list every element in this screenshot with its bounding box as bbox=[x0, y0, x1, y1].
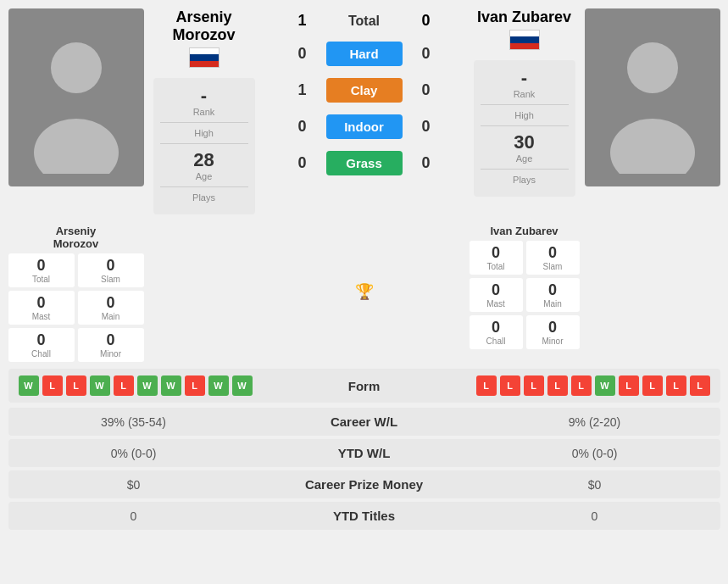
player2-mast-stat: 0 Mast bbox=[470, 278, 523, 312]
player2-total-label: Total bbox=[486, 262, 504, 271]
player2-below: Ivan Zubarev 0 Total 0 Slam 0 Mast 0 Mai… bbox=[470, 221, 580, 362]
player2-main-stat: 0 Main bbox=[526, 278, 580, 312]
player1-mast-value: 0 bbox=[36, 294, 45, 312]
form-badge-p2: L bbox=[476, 375, 497, 396]
career-wl-label: Career W/L bbox=[249, 414, 480, 429]
form-badge-p1: W bbox=[90, 375, 110, 396]
svg-point-4 bbox=[627, 42, 678, 93]
ytd-wl-p2: 0% (0-0) bbox=[480, 447, 710, 460]
player1-total-label: Total bbox=[32, 275, 50, 284]
player1-name-below: Arseniy Morozov bbox=[53, 225, 98, 250]
form-badge-p1: L bbox=[185, 375, 205, 396]
player1-name-header: Arseniy Morozov bbox=[173, 8, 236, 44]
clay-score-p1: 1 bbox=[292, 81, 313, 99]
player2-chall-label: Chall bbox=[486, 336, 506, 346]
player2-age-label: Age bbox=[516, 153, 533, 164]
grass-badge: Grass bbox=[326, 151, 403, 175]
spacer-middle: 🏆 bbox=[264, 221, 464, 362]
form-badge-p1: W bbox=[161, 375, 181, 396]
player1-minor-label: Minor bbox=[100, 349, 121, 359]
form-badge-p1: L bbox=[42, 375, 63, 396]
player1-main-label: Main bbox=[102, 312, 120, 321]
player2-main-label: Main bbox=[543, 299, 562, 309]
form-badge-p2: L bbox=[524, 375, 544, 396]
player1-age-value: 28 bbox=[193, 149, 214, 171]
player1-chall-stat: 0 Chall bbox=[8, 328, 75, 362]
player2-photo bbox=[585, 8, 720, 186]
player2-stats-card: - Rank High 30 Age Plays bbox=[474, 60, 575, 197]
player1-form-badges: WLLWLWWLWW bbox=[19, 375, 342, 396]
player1-slam-value: 0 bbox=[106, 257, 114, 275]
form-badge-p1: W bbox=[19, 375, 39, 396]
hard-badge: Hard bbox=[326, 42, 403, 66]
player1-minor-value: 0 bbox=[106, 331, 114, 349]
form-badge-p2: L bbox=[571, 375, 592, 396]
player1-slam-stat: 0 Slam bbox=[78, 253, 144, 287]
career-wl-row: 39% (35-54) Career W/L 9% (2-20) bbox=[8, 408, 720, 436]
player2-name-header: Ivan Zubarev bbox=[477, 8, 571, 26]
player1-main-stat: 0 Main bbox=[78, 291, 144, 325]
player1-minor-stat: 0 Minor bbox=[78, 328, 144, 362]
hard-score-p2: 0 bbox=[416, 45, 436, 63]
player1-plays-stat: Plays bbox=[160, 192, 248, 208]
player1-age-label: Age bbox=[196, 171, 213, 181]
player1-info-wrapper: Arseniy Morozov - Rank High 28 Age bbox=[149, 8, 259, 214]
total-score-p1: 1 bbox=[292, 12, 313, 30]
clay-score-p2: 0 bbox=[416, 81, 436, 99]
ytd-titles-label: YTD Titles bbox=[249, 509, 480, 523]
player2-slam-value: 0 bbox=[548, 244, 557, 262]
player1-photo bbox=[8, 8, 144, 186]
form-badge-p2: L bbox=[642, 375, 663, 396]
player2-age-stat: 30 Age bbox=[481, 131, 569, 170]
grass-score-p2: 0 bbox=[416, 154, 436, 172]
player2-name-below: Ivan Zubarev bbox=[490, 225, 558, 237]
form-badge-p2: L bbox=[690, 375, 710, 396]
player2-plays-stat: Plays bbox=[481, 175, 569, 190]
player2-chall-stat: 0 Chall bbox=[470, 315, 523, 349]
main-container: Arseniy Morozov - Rank High 28 Age bbox=[8, 8, 720, 533]
player1-plays-label: Plays bbox=[192, 192, 215, 203]
indoor-row: 0 Indoor 0 bbox=[264, 111, 464, 142]
indoor-badge: Indoor bbox=[326, 114, 403, 139]
player1-below: Arseniy Morozov 0 Total 0 Slam 0 Mast 0 bbox=[8, 221, 144, 362]
player2-total-stat: 0 Total bbox=[470, 241, 523, 275]
player2-minor-value: 0 bbox=[548, 319, 557, 336]
grass-row: 0 Grass 0 bbox=[264, 147, 464, 179]
player1-chall-value: 0 bbox=[36, 331, 45, 349]
player2-stats-grid: 0 Total 0 Slam 0 Mast 0 Main 0 Chall bbox=[470, 241, 580, 349]
trophy-icon: 🏆 bbox=[355, 282, 374, 301]
player2-flag-ru bbox=[509, 30, 540, 50]
form-badge-p1: W bbox=[232, 375, 253, 396]
clay-row: 1 Clay 0 bbox=[264, 75, 464, 106]
spacer-right bbox=[585, 221, 720, 362]
hard-score-p1: 0 bbox=[292, 45, 313, 63]
player2-rank-stat: - Rank bbox=[481, 67, 569, 105]
player1-chall-label: Chall bbox=[31, 349, 51, 359]
player2-slam-label: Slam bbox=[543, 262, 563, 271]
player1-stats-card: - Rank High 28 Age Plays bbox=[153, 78, 255, 214]
ytd-titles-p1: 0 bbox=[19, 509, 249, 523]
player2-plays-label: Plays bbox=[513, 175, 536, 185]
form-badge-p1: L bbox=[66, 375, 86, 396]
player1-age-stat: 28 Age bbox=[160, 149, 248, 187]
player2-age-value: 30 bbox=[514, 131, 534, 153]
player1-rank-stat: - Rank bbox=[160, 85, 248, 123]
form-badge-p1: W bbox=[208, 375, 229, 396]
career-prize-label: Career Prize Money bbox=[249, 477, 480, 492]
form-badge-p2: W bbox=[595, 375, 615, 396]
player1-total-value: 0 bbox=[36, 257, 45, 275]
form-label: Form bbox=[348, 379, 381, 393]
ytd-titles-row: 0 YTD Titles 0 bbox=[8, 502, 720, 530]
player2-info-wrapper: Ivan Zubarev - Rank High 30 Age Plays bbox=[470, 8, 580, 214]
total-label: Total bbox=[326, 14, 403, 29]
ytd-titles-p2: 0 bbox=[480, 509, 710, 523]
form-badge-p2: L bbox=[500, 375, 520, 396]
player1-flag bbox=[189, 47, 220, 71]
career-wl-p1: 39% (35-54) bbox=[19, 415, 249, 429]
player1-mast-stat: 0 Mast bbox=[8, 291, 75, 325]
hard-row: 0 Hard 0 bbox=[264, 38, 464, 70]
player2-minor-label: Minor bbox=[542, 336, 563, 346]
spacer-left bbox=[149, 221, 259, 362]
svg-point-1 bbox=[51, 42, 102, 93]
form-badge-p2: L bbox=[619, 375, 639, 396]
